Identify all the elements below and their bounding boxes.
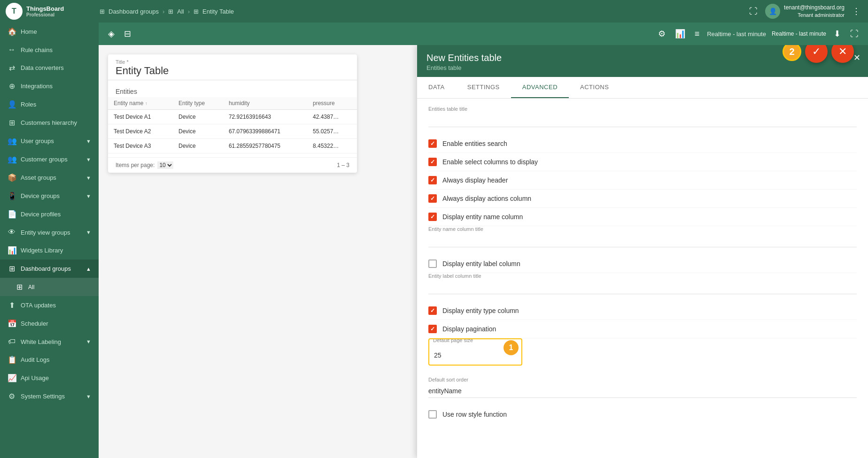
sidebar-label-widgets-library: Widgets Library <box>21 247 63 254</box>
checkbox-row-style-box[interactable] <box>428 410 437 419</box>
col-entity-type[interactable]: Entity type <box>173 97 223 110</box>
breadcrumb: ⊞ Dashboard groups › ⊞ All › ⊞ Entity Ta… <box>100 8 747 15</box>
pagination-info: 1 – 3 <box>337 162 349 168</box>
checkbox-always-actions-box[interactable]: ✓ <box>428 194 437 203</box>
sidebar-item-user-groups[interactable]: 👥 User groups ▼ <box>0 132 99 150</box>
default-sort-order-input[interactable]: entityName <box>428 384 857 398</box>
customers-hierarchy-icon: ⊞ <box>8 118 16 127</box>
sidebar-item-scheduler[interactable]: 📅 Scheduler <box>0 314 99 333</box>
sidebar-item-customer-groups[interactable]: 👥 Customer groups ▼ <box>0 150 99 168</box>
step-badge-2-container: 2 ✓ ✕ <box>783 45 854 63</box>
cb-label-display-pagination: Display pagination <box>442 325 496 333</box>
fullscreen-icon[interactable]: ⛶ <box>747 5 760 18</box>
checkbox-display-label-col-box[interactable] <box>428 260 437 268</box>
tab-data[interactable]: Data <box>417 77 456 98</box>
sidebar-item-roles[interactable]: 👤 Roles <box>0 95 99 114</box>
sidebar-item-home[interactable]: 🏠 Home <box>0 23 99 41</box>
settings-header: New Entities table Entities table ? ✕ 2 … <box>417 45 868 77</box>
widget-footer: Items per page: 10 25 50 1 – 3 <box>108 157 357 173</box>
entity-name-col-title-field: Entity name column title <box>428 226 857 247</box>
cancel-button[interactable]: ✕ <box>831 45 854 63</box>
sidebar-item-rule-chains[interactable]: ↔ Rule chains <box>0 41 99 59</box>
step-badge-2: 2 <box>783 45 801 61</box>
realtime-label: Realtime - last minute <box>707 31 766 38</box>
tab-actions[interactable]: Actions <box>569 77 620 98</box>
sidebar-item-dashboard-groups[interactable]: ⊞ Dashboard groups ▲ <box>0 260 99 278</box>
more-icon[interactable]: ⋮ <box>850 4 862 18</box>
checkmark-icon: ✓ <box>430 326 435 332</box>
tab-settings[interactable]: Settings <box>456 77 511 98</box>
cell-name-1: Test Device A1 <box>108 110 173 124</box>
sidebar-item-integrations[interactable]: ⊕ Integrations <box>0 77 99 95</box>
col-humidity[interactable]: humidity <box>223 97 307 110</box>
items-per-page-select[interactable]: 10 25 50 <box>157 161 173 169</box>
breadcrumb-label-1[interactable]: Dashboard groups <box>108 8 159 15</box>
add-widget-icon[interactable]: ◈ <box>106 27 116 41</box>
checkmark-icon: ✓ <box>430 214 435 220</box>
device-groups-icon: 📱 <box>8 191 16 200</box>
cell-humidity-1: 72.92163916643 <box>223 110 307 124</box>
checkbox-enable-search-box[interactable]: ✓ <box>428 139 437 148</box>
cb-label-enable-columns: Enable select columns to display <box>442 158 538 166</box>
download-icon[interactable]: ⬇ <box>832 27 843 41</box>
app-name: ThingsBoard <box>26 5 64 12</box>
entities-table-title-input[interactable] <box>428 114 857 127</box>
cb-label-entity-type-col: Display entity type column <box>442 307 519 314</box>
widget-title-label: Title * <box>116 59 349 65</box>
checkbox-display-pagination: ✓ Display pagination <box>428 320 857 338</box>
sidebar-item-asset-groups[interactable]: 📦 Asset groups ▼ <box>0 168 99 187</box>
sidebar-item-widgets-library[interactable]: 📊 Widgets Library <box>0 241 99 260</box>
cb-label-enable-search: Enable entities search <box>442 140 507 147</box>
checkbox-enable-columns-box[interactable]: ✓ <box>428 158 437 166</box>
sidebar-item-customers-hierarchy[interactable]: ⊞ Customers hierarchy <box>0 114 99 132</box>
sidebar-label-device-profiles: Device profiles <box>21 211 61 218</box>
checkbox-always-actions: ✓ Always display actions column <box>428 190 857 208</box>
default-sort-order-label: Default sort order <box>428 377 857 382</box>
chart-icon[interactable]: 📊 <box>673 27 687 41</box>
settings-gear-icon[interactable]: ⚙ <box>656 27 667 41</box>
home-icon: 🏠 <box>8 27 16 36</box>
entity-label-col-title-label: Entity label column title <box>428 273 857 279</box>
sidebar-item-all[interactable]: ⊞ All <box>0 278 99 296</box>
entity-name-col-title-input[interactable] <box>428 234 857 247</box>
breadcrumb-label-3[interactable]: Entity Table <box>202 8 234 15</box>
sidebar-item-api-usage[interactable]: 📈 Api Usage <box>0 369 99 387</box>
sidebar-item-ota-updates[interactable]: ⬆ OTA updates <box>0 296 99 314</box>
checkbox-display-pagination-box[interactable]: ✓ <box>428 325 437 333</box>
user-menu[interactable]: 👤 tenant@thingsboard.org Tenant administ… <box>765 4 845 19</box>
dashboard-groups-sub: ⊞ All <box>0 278 99 296</box>
confirm-button[interactable]: ✓ <box>805 45 828 63</box>
sidebar-label-white-labeling: White Labeling <box>21 338 61 345</box>
tab-advanced[interactable]: Advanced <box>511 77 569 98</box>
sidebar-item-entity-view-groups[interactable]: 👁 Entity view groups ▼ <box>0 223 99 241</box>
filter-icon[interactable]: ≡ <box>693 27 702 41</box>
fullscreen2-icon[interactable]: ⛶ <box>848 27 860 41</box>
sidebar-item-white-labeling[interactable]: 🏷 White Labeling ▼ <box>0 333 99 351</box>
checkbox-always-header-box[interactable]: ✓ <box>428 176 437 184</box>
integrations-icon: ⊕ <box>8 82 16 91</box>
items-per-page-label: Items per page: <box>116 162 155 168</box>
cell-name-2: Test Device A2 <box>108 124 173 139</box>
sidebar-item-audit-logs[interactable]: 📋 Audit Logs <box>0 351 99 369</box>
sidebar-item-device-profiles[interactable]: 📄 Device profiles <box>0 205 99 223</box>
user-email: tenant@thingsboard.org <box>784 4 845 12</box>
sidebar-item-device-groups[interactable]: 📱 Device groups ▼ <box>0 187 99 205</box>
sidebar-item-data-converters[interactable]: ⇄ Data converters <box>0 59 99 77</box>
col-entity-name[interactable]: Entity name ↑ <box>108 97 173 110</box>
entity-label-col-title-input[interactable] <box>428 281 857 294</box>
main-content: ◈ ⊟ ⚙ 📊 ≡ Realtime - last minute Realtim… <box>99 23 868 458</box>
breadcrumb-label-2[interactable]: All <box>177 8 184 15</box>
settings-tabs: Data Settings Advanced Actions <box>417 77 868 99</box>
table-row: Test Device A2 Device 67.07963399886471 … <box>108 124 357 139</box>
widget-title-bar: Title * Entity Table <box>108 54 357 80</box>
checkbox-entity-name-col-box[interactable]: ✓ <box>428 213 437 221</box>
sidebar-item-system-settings[interactable]: ⚙ System Settings ▼ <box>0 387 99 405</box>
system-settings-chevron: ▼ <box>86 394 91 399</box>
checkbox-row-style: Use row style function <box>428 405 857 423</box>
col-pressure[interactable]: pressure <box>307 97 357 110</box>
grid-view-icon[interactable]: ⊟ <box>122 27 133 41</box>
app-logo: T ThingsBoard Professional <box>6 3 100 20</box>
checkbox-entity-type-col-box[interactable]: ✓ <box>428 306 437 315</box>
system-settings-icon: ⚙ <box>8 392 16 401</box>
roles-icon: 👤 <box>8 100 16 109</box>
